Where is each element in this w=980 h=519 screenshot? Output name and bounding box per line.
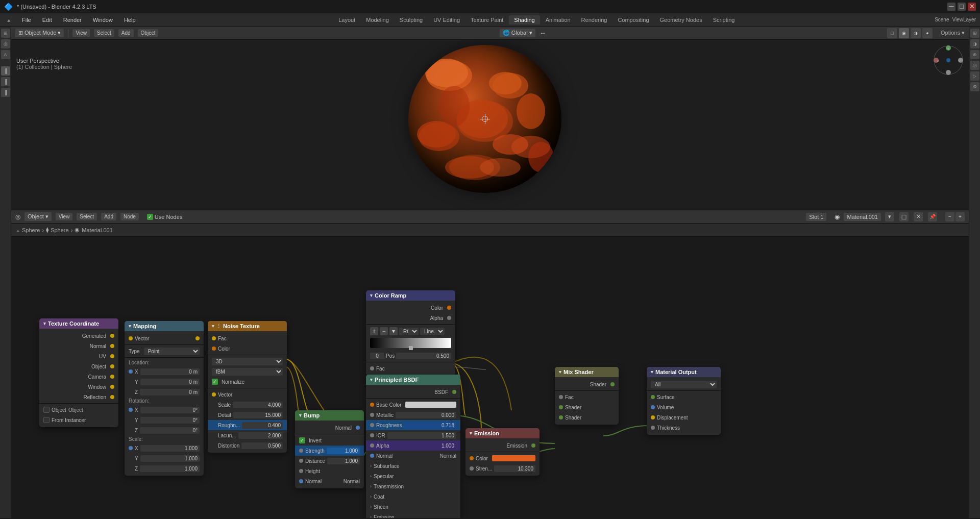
material-browse-btn[interactable]: ▾ bbox=[885, 212, 894, 221]
node-zoom-out[interactable]: − bbox=[945, 212, 954, 221]
sidebar-icon-1[interactable]: ⊞ bbox=[1, 29, 10, 38]
right-icon-6[interactable]: ⚙ bbox=[970, 82, 979, 91]
pb-transmission-expand[interactable]: › bbox=[370, 484, 372, 489]
tab-animation[interactable]: Animation bbox=[541, 15, 576, 24]
node-view-menu[interactable]: View bbox=[56, 213, 73, 220]
ms-fac-in[interactable] bbox=[559, 395, 563, 399]
options-button[interactable]: Options ▾ bbox=[941, 30, 965, 36]
noise-vec-in[interactable] bbox=[212, 392, 216, 397]
em-out[interactable] bbox=[531, 443, 535, 448]
viewport-transform-icon[interactable]: ↔ bbox=[540, 29, 546, 37]
tab-texture-paint[interactable]: Texture Paint bbox=[465, 15, 508, 24]
tc-window-socket[interactable] bbox=[110, 385, 114, 389]
shading-wireframe[interactable]: □ bbox=[887, 28, 897, 38]
viewport-object-menu[interactable]: Object bbox=[138, 29, 159, 37]
tab-sculpting[interactable]: Sculpting bbox=[395, 15, 428, 24]
cr-pos-value[interactable]: 0 bbox=[370, 353, 384, 359]
noise-collapse[interactable]: ▾ bbox=[212, 324, 214, 329]
node-editor-mode-selector[interactable]: Object ▾ bbox=[24, 212, 52, 221]
tc-camera-socket[interactable] bbox=[110, 375, 114, 379]
tc-reflection-socket[interactable] bbox=[110, 395, 114, 399]
mo-volume-in[interactable] bbox=[651, 405, 655, 409]
tab-scripting[interactable]: Scripting bbox=[708, 15, 740, 24]
breadcrumb-sphere1[interactable]: Sphere bbox=[22, 227, 40, 233]
mo-surface-in[interactable] bbox=[651, 395, 655, 399]
cr-arrow-btn[interactable]: ▾ bbox=[389, 327, 398, 335]
em-strength-in[interactable] bbox=[470, 466, 474, 471]
ms-shader1-in[interactable] bbox=[559, 405, 563, 409]
ms-out[interactable] bbox=[610, 382, 615, 386]
mo-displacement-in[interactable] bbox=[651, 415, 655, 419]
pb-basecolor-in[interactable] bbox=[370, 403, 374, 407]
material-pin-btn[interactable]: 📌 bbox=[928, 212, 937, 221]
bump-distance-in[interactable] bbox=[299, 459, 303, 463]
pb-metallic-in[interactable] bbox=[370, 413, 374, 417]
right-icon-5[interactable]: ▷ bbox=[970, 71, 979, 81]
cr-alpha-out[interactable] bbox=[447, 316, 451, 320]
shading-material[interactable]: ◑ bbox=[911, 28, 921, 38]
pb-subsurface-expand[interactable]: › bbox=[370, 463, 372, 468]
pb-specular-expand[interactable]: › bbox=[370, 474, 372, 479]
em-collapse[interactable]: ▾ bbox=[470, 431, 472, 436]
color-ramp-bar[interactable] bbox=[370, 338, 451, 348]
viewport-add-menu[interactable]: Add bbox=[118, 29, 134, 37]
tab-shading[interactable]: Shading bbox=[509, 15, 540, 24]
viewport-select-menu[interactable]: Select bbox=[94, 29, 114, 37]
pb-coat-expand[interactable]: › bbox=[370, 494, 372, 499]
slot-selector[interactable]: Slot 1 bbox=[806, 213, 826, 221]
pb-normal-in[interactable] bbox=[370, 454, 374, 458]
viewport-3d[interactable]: ⊞ Object Mode ▾ View Select Add Object 🌐… bbox=[11, 27, 969, 210]
tab-uv-editing[interactable]: UV Editing bbox=[428, 15, 465, 24]
mapping-collapse[interactable]: ▾ bbox=[129, 324, 131, 329]
material-name[interactable]: Material.001 bbox=[844, 213, 881, 221]
tex-coord-collapse[interactable]: ▾ bbox=[43, 321, 46, 326]
pb-emission-expand[interactable]: › bbox=[370, 514, 372, 518]
node-menu[interactable]: Node bbox=[120, 213, 139, 220]
tc-object-socket[interactable] bbox=[110, 364, 114, 368]
tab-layout[interactable]: Layout bbox=[333, 15, 360, 24]
tc-normal-socket[interactable] bbox=[110, 344, 114, 348]
noise-basis-select[interactable]: fBM bbox=[212, 368, 283, 376]
bump-strength-in[interactable] bbox=[299, 449, 303, 453]
tc-uv-socket[interactable] bbox=[110, 354, 114, 358]
menu-file[interactable]: File bbox=[19, 16, 34, 24]
ms-shader2-in[interactable] bbox=[559, 415, 563, 419]
sidebar-icon-3[interactable]: A bbox=[1, 50, 10, 59]
cr-collapse[interactable]: ▾ bbox=[370, 293, 373, 298]
menu-render[interactable]: Render bbox=[60, 16, 85, 24]
pb-roughness-in[interactable] bbox=[370, 423, 374, 427]
close-button[interactable]: ✕ bbox=[968, 3, 976, 11]
tc-generated-socket[interactable] bbox=[110, 334, 114, 338]
sidebar-icon-5[interactable]: ▐ bbox=[1, 77, 10, 86]
bump-normal-out[interactable] bbox=[356, 426, 360, 430]
tab-modeling[interactable]: Modeling bbox=[361, 15, 394, 24]
cr-add-btn[interactable]: + bbox=[370, 327, 378, 335]
noise-fac-socket[interactable] bbox=[212, 336, 216, 340]
sidebar-icon-4[interactable]: ▐ bbox=[1, 66, 10, 76]
map-loc-socket[interactable] bbox=[129, 369, 133, 374]
mo-target-select[interactable]: All bbox=[651, 381, 717, 388]
noise-dim-select[interactable]: 3D bbox=[212, 358, 283, 365]
material-delete-btn[interactable]: ✕ bbox=[914, 212, 923, 221]
pb-ior-in[interactable] bbox=[370, 433, 374, 437]
cr-fac-in[interactable] bbox=[370, 366, 374, 370]
pb-alpha-in[interactable] bbox=[370, 443, 374, 448]
use-nodes-checkbox[interactable]: ✓ bbox=[147, 214, 153, 220]
right-icon-1[interactable]: ⊞ bbox=[970, 29, 979, 38]
bump-invert-check[interactable]: ✓ bbox=[299, 437, 305, 443]
tc-object-value[interactable]: Object bbox=[68, 407, 83, 413]
mo-collapse[interactable]: ▾ bbox=[651, 369, 653, 375]
right-icon-2[interactable]: ◑ bbox=[970, 39, 979, 48]
cr-pos-input[interactable]: 0.500 bbox=[396, 353, 451, 359]
bump-normal-in[interactable] bbox=[299, 479, 303, 483]
maximize-button[interactable]: □ bbox=[958, 3, 966, 11]
em-color-in[interactable] bbox=[470, 456, 474, 460]
tab-rendering[interactable]: Rendering bbox=[576, 15, 612, 24]
minimize-button[interactable]: ─ bbox=[947, 3, 955, 11]
map-scale-socket[interactable] bbox=[129, 446, 133, 450]
cr-color-out[interactable] bbox=[447, 306, 451, 310]
sidebar-icon-6[interactable]: ▐ bbox=[1, 88, 10, 97]
viewport-mode-selector[interactable]: ⊞ Object Mode ▾ bbox=[15, 29, 64, 37]
pb-collapse[interactable]: ▾ bbox=[370, 377, 373, 382]
tab-geometry-nodes[interactable]: Geometry Nodes bbox=[655, 15, 707, 24]
